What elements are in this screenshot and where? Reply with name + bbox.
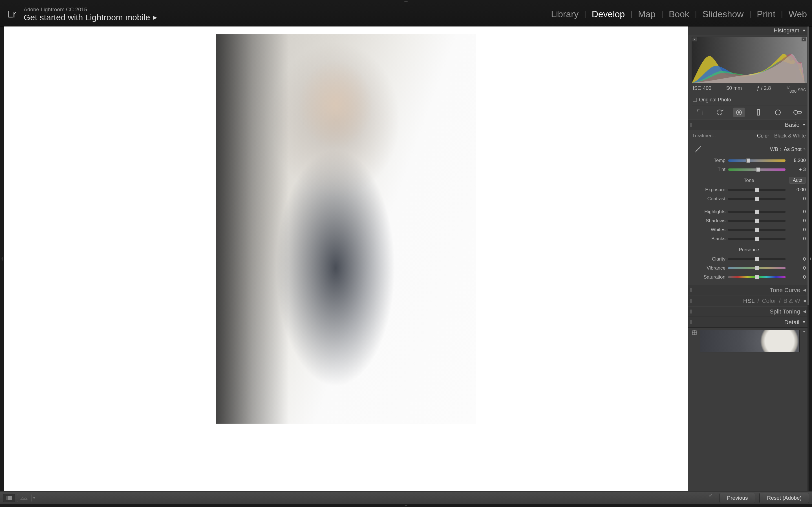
svg-marker-1 [1,257,3,261]
shadow-clipping-toggle[interactable] [693,38,697,41]
adjustment-brush-tool[interactable] [792,108,803,117]
header-title-block: Adobe Lightroom CC 2015 Get started with… [24,6,157,22]
nav-slideshow[interactable]: Slideshow [703,9,744,19]
nav-book[interactable]: Book [669,9,689,19]
crop-tool[interactable] [695,108,706,117]
histogram-panel: ISO 400 50 mm ƒ / 2.8 1/800 sec Original… [688,35,809,106]
histogram-display[interactable] [692,37,807,83]
white-balance-row: WB : As Shot⇅ [692,144,806,155]
nav-print[interactable]: Print [757,9,775,19]
nav-library[interactable]: Library [551,9,578,19]
previous-button[interactable]: Previous [719,493,756,503]
svg-point-11 [794,110,798,114]
treatment-bw[interactable]: Black & White [774,133,806,139]
svg-marker-16 [810,257,811,261]
nav-web[interactable]: Web [789,9,807,19]
split-toning-header[interactable]: Split Toning◀ [688,306,809,317]
svg-marker-21 [404,505,408,506]
spot-removal-tool[interactable] [714,108,725,117]
white-balance-picker-icon[interactable] [692,144,703,155]
clarity-slider[interactable]: Clarity0 [692,256,806,263]
top-panel-handle[interactable] [0,0,812,2]
histogram-header[interactable]: Histogram ▼ [688,26,809,35]
panel-switch-icon[interactable] [690,123,692,127]
dropdown-icon[interactable]: ▾ [33,496,35,500]
gradient-filter-tool[interactable] [753,108,764,117]
detail-header[interactable]: Detail▼ [688,317,809,328]
tint-slider[interactable]: Tint + 3 [692,166,806,173]
right-panel-handle[interactable] [809,26,812,491]
app-logo: Lr [5,8,18,21]
svg-marker-19 [20,497,24,500]
temp-slider[interactable]: Temp 5,200 [692,157,806,164]
svg-point-10 [775,110,780,115]
svg-rect-9 [757,110,760,115]
vibrance-slider[interactable]: Vibrance0 [692,265,806,272]
detail-panel: ▼ [688,328,809,355]
detail-preview[interactable] [700,330,800,352]
nav-divider: | [749,10,751,18]
auto-tone-button[interactable]: Auto [789,177,806,184]
svg-rect-12 [798,112,802,113]
preview-image [216,34,476,424]
shadows-slider[interactable]: Shadows0 [692,217,806,224]
chevron-down-icon: ▼ [802,320,806,324]
reset-button[interactable]: Reset (Adobe) [759,493,809,503]
app-root: Lr Adobe Lightroom CC 2015 Get started w… [0,0,812,507]
main-content: Histogram ▼ ISO 400 5 [0,26,812,491]
nav-develop[interactable]: Develop [592,9,625,19]
checkbox-icon [693,98,697,102]
nav-divider: | [630,10,632,18]
highlights-slider[interactable]: Highlights0 [692,208,806,216]
chevron-left-icon: ◀ [803,309,806,314]
nav-divider: | [584,10,586,18]
updown-icon: ⇅ [803,148,806,151]
detail-target-icon[interactable] [692,330,697,335]
whites-slider[interactable]: Whites0 [692,226,806,233]
radial-filter-tool[interactable] [772,108,783,117]
app-title: Adobe Lightroom CC 2015 [24,6,157,13]
module-nav: Library|Develop|Map|Book|Slideshow|Print… [551,9,807,19]
mobile-promo-link[interactable]: Get started with Lightroom mobile ▶ [24,13,157,22]
hsl-header[interactable]: HSL/ Color/ B & W ◀ [688,295,809,306]
focal-length-label: 50 mm [726,86,742,94]
histogram-metadata: ISO 400 50 mm ƒ / 2.8 1/800 sec [692,83,807,96]
expand-icon[interactable]: ⤢ [709,493,712,503]
white-balance-select[interactable]: As Shot⇅ [784,147,806,152]
chevron-down-icon[interactable]: ▼ [802,330,806,334]
panel-scrollbar[interactable] [808,26,809,491]
svg-line-6 [722,110,723,111]
basic-header[interactable]: Basic ▼ [688,119,809,130]
loupe-view-button[interactable] [3,494,15,502]
saturation-slider[interactable]: Saturation0 [692,274,806,281]
bottom-panel-handle[interactable] [0,504,812,507]
treatment-row: Treatment : Color Black & White [692,133,806,139]
nav-divider: | [781,10,783,18]
view-mode-tools: ▾ [3,494,35,502]
original-photo-toggle[interactable]: Original Photo [692,96,807,106]
contrast-slider[interactable]: Contrast0 [692,195,806,203]
chevron-down-icon: ▼ [802,122,806,127]
left-panel-handle[interactable] [0,26,4,491]
redeye-tool[interactable] [733,108,745,117]
compare-view-button[interactable] [17,494,32,502]
highlight-clipping-toggle[interactable] [802,38,806,41]
treatment-color[interactable]: Color [757,133,769,139]
chevron-left-icon: ◀ [803,298,806,303]
nav-map[interactable]: Map [638,9,656,19]
shutter-label: 1/800 sec [786,86,806,94]
nav-divider: | [695,10,697,18]
image-canvas[interactable] [4,26,688,491]
right-panel: Histogram ▼ ISO 400 5 [688,26,809,491]
tone-curve-header[interactable]: Tone Curve◀ [688,285,809,295]
chevron-down-icon: ▼ [802,29,806,33]
blacks-slider[interactable]: Blacks0 [692,235,806,242]
presence-group-label: Presence [692,247,806,252]
svg-point-8 [738,112,740,113]
chevron-right-icon: ▶ [153,14,157,20]
exposure-slider[interactable]: Exposure0.00 [692,186,806,193]
svg-rect-4 [697,110,703,115]
basic-panel: Treatment : Color Black & White WB : As … [688,130,809,285]
nav-divider: | [661,10,663,18]
svg-rect-18 [6,496,8,500]
